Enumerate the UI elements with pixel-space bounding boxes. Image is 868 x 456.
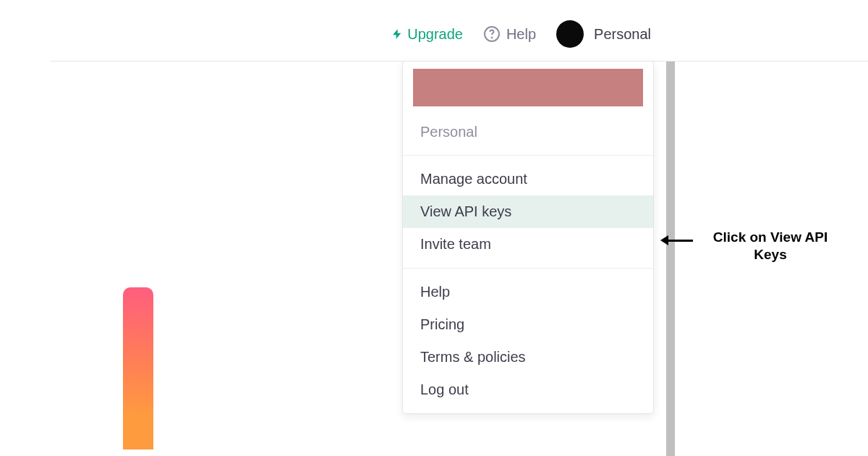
menu-item-help[interactable]: Help: [403, 276, 653, 308]
menu-item-invite-team[interactable]: Invite team: [403, 228, 653, 261]
profile-button[interactable]: Personal: [556, 20, 839, 48]
lightning-icon: [391, 27, 403, 41]
upgrade-label: Upgrade: [407, 26, 463, 43]
profile-label: Personal: [594, 26, 651, 43]
menu-account-label: Personal: [403, 117, 653, 148]
menu-section-support: Help Pricing Terms & policies Log out: [403, 269, 653, 413]
menu-section-account: Manage account View API keys Invite team: [403, 156, 653, 269]
question-circle-icon: [483, 25, 501, 43]
help-button[interactable]: Help: [483, 25, 536, 43]
redacted-user-info: [413, 69, 643, 106]
menu-item-view-api-keys[interactable]: View API keys: [403, 195, 653, 228]
menu-item-pricing[interactable]: Pricing: [403, 308, 653, 341]
account-dropdown-menu: Personal Manage account View API keys In…: [402, 61, 654, 414]
menu-item-manage-account[interactable]: Manage account: [403, 163, 653, 195]
annotation-text: Click on View API Keys: [698, 229, 843, 263]
help-label: Help: [506, 26, 536, 43]
annotation-arrow: [665, 240, 693, 242]
decorative-gradient-bar: [123, 287, 153, 449]
avatar: [556, 20, 584, 48]
menu-item-terms-policies[interactable]: Terms & policies: [403, 341, 653, 373]
menu-section-label: Personal: [403, 109, 653, 156]
arrow-line-icon: [665, 240, 693, 242]
top-header: Upgrade Help Personal: [0, 0, 868, 61]
scrollbar[interactable]: [666, 62, 675, 456]
upgrade-button[interactable]: Upgrade: [391, 26, 463, 43]
svg-point-1: [491, 38, 492, 38]
menu-item-log-out[interactable]: Log out: [403, 373, 653, 406]
arrow-head-icon: [660, 235, 668, 245]
